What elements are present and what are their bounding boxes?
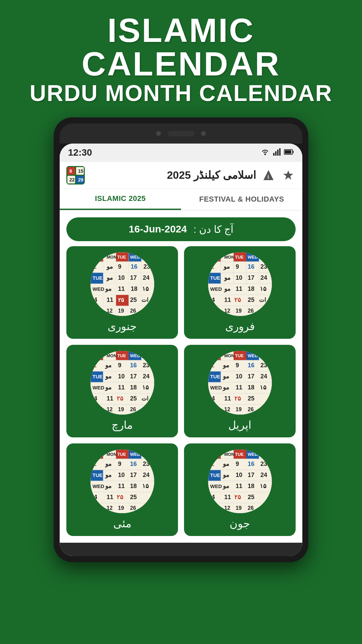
svg-text:مو: مو bbox=[105, 384, 112, 391]
app-header: 8 15 22 29 اسلامی کیلنڈر 2025 i bbox=[60, 162, 302, 189]
svg-text:THU: THU bbox=[260, 255, 269, 260]
svg-text:مو: مو bbox=[105, 472, 112, 479]
month-card-january[interactable]: SUN MON TUE WED THU 2 مو bbox=[66, 246, 178, 339]
month-card-march[interactable]: SUN MON TUE WED THU 2 مو 9 16 23 bbox=[66, 345, 178, 437]
month-name-january: جنوری bbox=[108, 320, 137, 333]
svg-text:16: 16 bbox=[248, 461, 254, 467]
svg-text:SUN: SUN bbox=[212, 255, 221, 260]
svg-text:9: 9 bbox=[118, 461, 121, 467]
svg-text:12: 12 bbox=[224, 505, 230, 511]
month-card-april[interactable]: SUN MON TUE WED THU 2 مو 9 16 23 bbox=[184, 345, 296, 437]
svg-rect-167 bbox=[208, 351, 221, 360]
svg-text:17: 17 bbox=[130, 472, 137, 478]
svg-text:10: 10 bbox=[236, 274, 242, 281]
star-button[interactable] bbox=[281, 168, 296, 182]
svg-text:مو: مو bbox=[223, 461, 229, 468]
svg-text:22: 22 bbox=[69, 177, 75, 182]
svg-text:12: 12 bbox=[107, 308, 113, 314]
svg-text:ات: ات bbox=[142, 308, 148, 314]
main-title: ISLAMIC CALENDAR bbox=[7, 13, 355, 80]
svg-text:SUN: SUN bbox=[212, 452, 221, 457]
svg-text:5: 5 bbox=[94, 407, 97, 412]
svg-text:26: 26 bbox=[130, 308, 136, 314]
svg-text:مو: مو bbox=[223, 362, 229, 369]
svg-text:MON: MON bbox=[107, 255, 117, 260]
svg-text:۲۵: ۲۵ bbox=[118, 297, 124, 303]
svg-text:26: 26 bbox=[130, 505, 136, 511]
svg-rect-130 bbox=[141, 351, 154, 360]
front-sensor bbox=[201, 131, 206, 136]
phone-bottom-bar bbox=[60, 543, 302, 556]
svg-text:26: 26 bbox=[248, 505, 254, 511]
svg-rect-7 bbox=[285, 150, 291, 154]
svg-text:WED: WED bbox=[130, 452, 140, 457]
tab-festivals[interactable]: FESTIVAL & HOLIDAYS bbox=[181, 189, 302, 210]
svg-rect-171 bbox=[259, 351, 272, 360]
svg-text:11: 11 bbox=[107, 297, 113, 303]
svg-text:۱۵: ۱۵ bbox=[142, 285, 149, 292]
svg-text:WED: WED bbox=[248, 353, 258, 358]
months-grid: SUN MON TUE WED THU 2 مو bbox=[60, 246, 302, 543]
svg-text:18: 18 bbox=[130, 384, 137, 391]
svg-text:23: 23 bbox=[143, 362, 149, 369]
svg-text:24: 24 bbox=[143, 274, 149, 281]
svg-text:18: 18 bbox=[130, 483, 137, 489]
svg-text:THU: THU bbox=[143, 255, 152, 260]
svg-text:5: 5 bbox=[212, 505, 215, 511]
svg-text:17: 17 bbox=[248, 373, 254, 380]
svg-text:9: 9 bbox=[236, 362, 239, 369]
svg-text:THU: THU bbox=[260, 452, 269, 457]
month-thumb-february: SUN MON TUE WED THU 2 مو 9 bbox=[208, 252, 272, 316]
svg-text:11: 11 bbox=[118, 483, 125, 489]
svg-text:25: 25 bbox=[248, 297, 254, 303]
svg-text:9: 9 bbox=[118, 362, 121, 369]
svg-text:11: 11 bbox=[118, 384, 125, 391]
svg-text:2: 2 bbox=[211, 263, 214, 270]
svg-text:11: 11 bbox=[224, 395, 231, 402]
svg-text:25: 25 bbox=[130, 297, 137, 303]
svg-text:THU: THU bbox=[260, 353, 269, 358]
svg-text:4: 4 bbox=[94, 395, 97, 402]
status-time: 12:30 bbox=[68, 147, 92, 158]
svg-rect-2 bbox=[275, 151, 277, 156]
svg-text:4: 4 bbox=[212, 297, 215, 303]
tab-islamic-2025[interactable]: ISLAMIC 2025 bbox=[60, 189, 181, 210]
svg-text:16: 16 bbox=[131, 263, 137, 270]
battery-icon bbox=[284, 149, 294, 156]
month-card-june[interactable]: SUN MON TUE WED THU 2 مو 9 16 23 bbox=[184, 443, 296, 536]
month-name-may: مئی bbox=[113, 517, 131, 530]
today-bar: 16-Jun-2024 آج کا دن : bbox=[66, 217, 296, 241]
svg-rect-4 bbox=[279, 148, 281, 156]
svg-text:MON: MON bbox=[224, 353, 234, 358]
svg-text:25: 25 bbox=[248, 494, 254, 500]
svg-text:SUN: SUN bbox=[95, 255, 104, 260]
svg-text:10: 10 bbox=[118, 274, 125, 281]
svg-text:TUE: TUE bbox=[235, 353, 244, 358]
month-name-june: جون bbox=[230, 517, 250, 530]
svg-text:مو: مو bbox=[223, 384, 229, 391]
svg-text:23: 23 bbox=[143, 263, 150, 270]
svg-text:۲۵: ۲۵ bbox=[234, 297, 241, 303]
svg-rect-78 bbox=[208, 252, 221, 262]
svg-text:4: 4 bbox=[212, 494, 215, 500]
svg-text:MON: MON bbox=[224, 452, 234, 457]
svg-text:۱۵: ۱۵ bbox=[142, 384, 149, 391]
month-card-may[interactable]: SUN MON TUE WED THU 2 مو 9 16 23 bbox=[66, 443, 178, 536]
svg-text:16: 16 bbox=[130, 362, 137, 369]
svg-text:11: 11 bbox=[224, 297, 231, 303]
svg-text:۲۵: ۲۵ bbox=[117, 395, 123, 402]
svg-text:TUE: TUE bbox=[93, 472, 103, 478]
month-card-february[interactable]: SUN MON TUE WED THU 2 مو 9 bbox=[184, 246, 296, 339]
svg-text:WED: WED bbox=[93, 385, 104, 390]
svg-point-0 bbox=[264, 154, 266, 155]
svg-text:25: 25 bbox=[130, 494, 137, 500]
svg-text:12: 12 bbox=[224, 407, 230, 412]
phone-screen: 12:30 bbox=[60, 144, 302, 556]
info-button[interactable]: i bbox=[261, 168, 276, 182]
month-thumb-january: SUN MON TUE WED THU 2 مو bbox=[90, 252, 154, 316]
month-thumb-april: SUN MON TUE WED THU 2 مو 9 16 23 bbox=[208, 351, 272, 415]
svg-rect-247 bbox=[208, 449, 221, 459]
wifi-icon bbox=[260, 148, 270, 157]
svg-text:2: 2 bbox=[93, 263, 97, 270]
speaker-grill bbox=[168, 131, 194, 136]
